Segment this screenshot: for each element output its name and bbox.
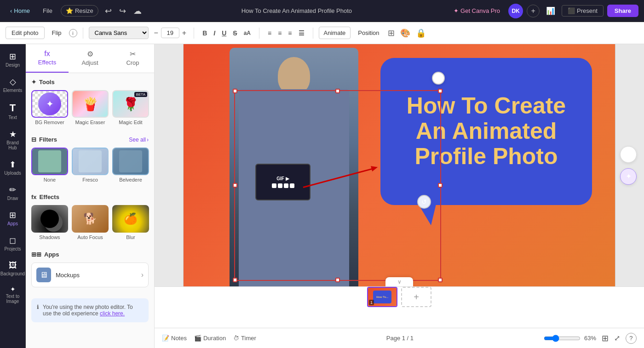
home-button[interactable]: ‹ Home (6, 6, 34, 16)
sidebar-item-brand-hub[interactable]: ★ Brand Hub (2, 126, 24, 154)
list-button[interactable]: ☰ (296, 28, 307, 38)
sidebar-item-uploads[interactable]: ⬆ Uploads (2, 156, 24, 179)
divider1 (83, 28, 83, 39)
sparkle-button[interactable]: ✦ (620, 168, 637, 185)
grid-view-button[interactable]: ⊞ (602, 333, 609, 343)
file-button[interactable]: File (38, 6, 57, 16)
flip-button[interactable]: Flip (48, 27, 65, 39)
apps-grid-icon: ⊞⊞ (31, 251, 41, 258)
loop-icon[interactable]: ↺ (417, 195, 431, 209)
topbar-left: ‹ Home File ⭐ Resize ↩ ↪ ☁ (6, 4, 144, 18)
rotate-handle[interactable]: ↻ (432, 72, 445, 85)
analytics-icon[interactable]: 📊 (543, 5, 558, 17)
effect-blur-thumb: 🍊 (112, 205, 149, 233)
grid-layout-icon[interactable]: ⊞ (386, 27, 396, 40)
italic-button[interactable]: I (211, 28, 218, 38)
info-icon[interactable]: i (69, 29, 77, 37)
decrease-font-button[interactable]: − (152, 28, 160, 38)
position-button[interactable]: Position (354, 27, 383, 39)
help-button[interactable]: ? (626, 333, 637, 344)
background-icon: 🖼 (9, 261, 17, 270)
case-button[interactable]: aA (241, 28, 253, 38)
zoom-slider[interactable] (544, 335, 581, 342)
align-left-button[interactable]: ≡ (265, 28, 274, 38)
filter-belvedere[interactable]: Belvedere (112, 148, 149, 183)
lock-icon[interactable]: 🔒 (414, 27, 427, 40)
tool-magic-eraser[interactable]: 🍟 Magic Eraser (72, 90, 109, 125)
bottom-toolbar: 📝 Notes 🎬 Duration ⏱ Timer Page 1 / 1 63… (155, 328, 644, 348)
filter-fresco[interactable]: Fresco (72, 148, 109, 183)
strikethrough-button[interactable]: S (230, 28, 240, 38)
duration-icon: 🎬 (194, 335, 201, 342)
mockups-symbol: 🖥 (40, 270, 48, 280)
panel-tabs: fx Effects ⚙ Adjust ✂ Crop (26, 44, 154, 73)
tool-bg-remover[interactable]: ✦ BG Remover (31, 90, 68, 125)
tab-effects[interactable]: fx Effects (26, 44, 69, 73)
share-button[interactable]: Share (607, 5, 638, 17)
canva-pro-button[interactable]: ✦ Get Canva Pro (449, 6, 505, 16)
add-collaborator-button[interactable]: + (527, 5, 540, 17)
edit-photo-button[interactable]: Edit photo (6, 27, 45, 39)
click-here-link[interactable]: click here. (100, 310, 125, 317)
filter-none[interactable]: None (31, 148, 68, 183)
animate-button[interactable]: Animate (319, 27, 351, 39)
divider3 (259, 28, 259, 39)
sidebar-item-text-to-image[interactable]: ✦ Text to Image (2, 282, 24, 308)
sidebar: ⊞ Design ◇ Elements T Text ★ Brand Hub ⬆… (0, 44, 26, 348)
duration-button[interactable]: 🎬 Duration (194, 335, 226, 342)
increase-font-button[interactable]: + (180, 28, 188, 38)
divider2 (194, 28, 194, 39)
align-center-button[interactable]: ≡ (275, 28, 284, 38)
undo-button[interactable]: ↩ (102, 4, 115, 18)
effects-icon: fx (31, 194, 37, 200)
effect-shadows[interactable]: Shadows (31, 205, 68, 240)
magic-edit-label: Magic Edit (119, 120, 142, 125)
color-picker-icon[interactable]: 🎨 (399, 27, 412, 40)
apps-icon: ⊞ (9, 210, 16, 220)
main-layout: ⊞ Design ◇ Elements T Text ★ Brand Hub ⬆… (0, 44, 644, 348)
tab-crop[interactable]: ✂ Crop (111, 44, 154, 73)
collapse-handle[interactable]: ∨ (385, 277, 413, 286)
speech-bubble[interactable]: How To Create An Animated Profile Photo (380, 58, 601, 205)
avatar[interactable]: DK (508, 4, 523, 18)
page-1-thumbnail[interactable]: How To... 1 (367, 287, 397, 307)
present-button[interactable]: ⬛ Present (562, 5, 604, 17)
tool-magic-edit[interactable]: 🌹 BETA Magic Edit (112, 90, 149, 125)
notes-button[interactable]: 📝 Notes (162, 335, 187, 342)
fullscreen-button[interactable]: ⤢ (614, 334, 620, 342)
canvas-area: Ungroup 🗑 How To Create An Animated Prof… (155, 44, 644, 348)
add-page-button[interactable]: + (401, 287, 431, 307)
font-family-select[interactable]: Canva Sans (89, 27, 149, 39)
sidebar-item-text[interactable]: T Text (2, 98, 24, 124)
left-panel: fx Effects ⚙ Adjust ✂ Crop ✦ Tools (26, 44, 155, 348)
bottom-left: 📝 Notes 🎬 Duration ⏱ Timer (162, 335, 256, 342)
font-size-input[interactable]: 19 (161, 28, 179, 38)
sidebar-item-design[interactable]: ⊞ Design (2, 48, 24, 71)
tab-adjust[interactable]: ⚙ Adjust (69, 44, 111, 73)
cloud-save-button[interactable]: ☁ (131, 4, 144, 18)
sidebar-item-apps[interactable]: ⊞ Apps (2, 206, 24, 230)
align-right-button[interactable]: ≡ (285, 28, 294, 38)
sidebar-item-background[interactable]: 🖼 Background (2, 257, 24, 280)
sidebar-item-draw[interactable]: ✏ Draw (2, 181, 24, 205)
underline-button[interactable]: U (219, 28, 229, 38)
undo-redo-group: ↩ ↪ ☁ (102, 4, 144, 18)
apps-title: ⊞⊞ Apps (31, 251, 149, 258)
see-all-button[interactable]: See all › (129, 137, 149, 143)
mockups-app[interactable]: 🖥 Mockups › (31, 262, 149, 287)
speech-bubble-text: How To Create An Animated Profile Photo (407, 93, 566, 169)
handle-br[interactable] (438, 278, 443, 282)
resize-button[interactable]: ⭐ Resize (61, 5, 98, 17)
upload-icon: ⬆ (9, 160, 16, 170)
page-list: How To... 1 + (367, 287, 431, 307)
effect-auto-focus[interactable]: 🐕 Auto Focus (72, 205, 109, 240)
refresh-view-button[interactable]: ↻ (620, 146, 637, 163)
sidebar-item-projects[interactable]: ◻ Projects (2, 232, 24, 255)
star-icon: ✦ (454, 7, 459, 14)
effect-blur[interactable]: 🍊 Blur (112, 205, 149, 240)
timer-button[interactable]: ⏱ Timer (233, 335, 256, 342)
sidebar-item-elements[interactable]: ◇ Elements (2, 73, 24, 97)
bold-button[interactable]: B (200, 28, 210, 38)
redo-button[interactable]: ↪ (116, 4, 129, 18)
projects-icon: ◻ (9, 235, 16, 245)
